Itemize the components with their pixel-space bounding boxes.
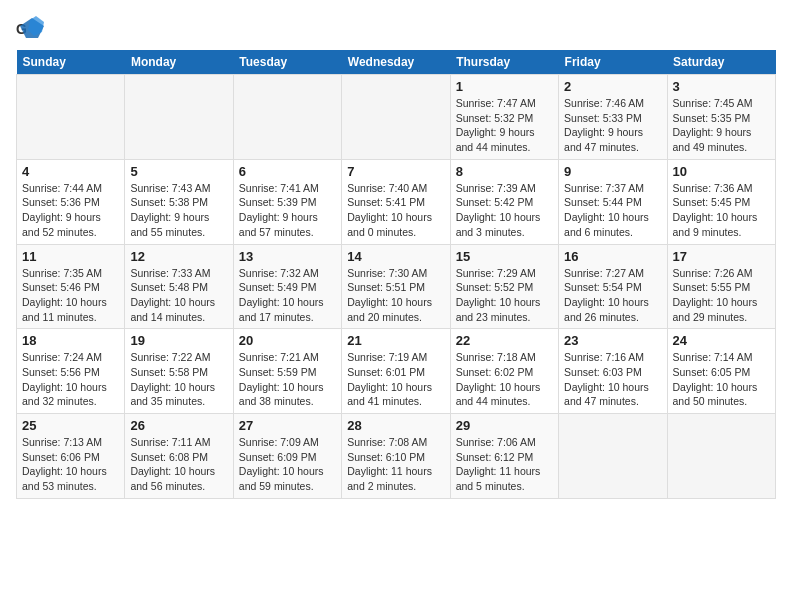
calendar-cell: 21Sunrise: 7:19 AM Sunset: 6:01 PM Dayli…	[342, 329, 450, 414]
calendar-cell: 18Sunrise: 7:24 AM Sunset: 5:56 PM Dayli…	[17, 329, 125, 414]
day-number: 4	[22, 164, 119, 179]
calendar-table: SundayMondayTuesdayWednesdayThursdayFrid…	[16, 50, 776, 499]
calendar-cell: 7Sunrise: 7:40 AM Sunset: 5:41 PM Daylig…	[342, 159, 450, 244]
calendar-cell: 20Sunrise: 7:21 AM Sunset: 5:59 PM Dayli…	[233, 329, 341, 414]
calendar-cell: 16Sunrise: 7:27 AM Sunset: 5:54 PM Dayli…	[559, 244, 667, 329]
day-number: 16	[564, 249, 661, 264]
logo-icon: G	[16, 16, 44, 40]
day-info: Sunrise: 7:16 AM Sunset: 6:03 PM Dayligh…	[564, 350, 661, 409]
day-info: Sunrise: 7:39 AM Sunset: 5:42 PM Dayligh…	[456, 181, 553, 240]
header-thursday: Thursday	[450, 50, 558, 75]
calendar-cell: 8Sunrise: 7:39 AM Sunset: 5:42 PM Daylig…	[450, 159, 558, 244]
day-info: Sunrise: 7:29 AM Sunset: 5:52 PM Dayligh…	[456, 266, 553, 325]
day-number: 23	[564, 333, 661, 348]
header-friday: Friday	[559, 50, 667, 75]
day-info: Sunrise: 7:46 AM Sunset: 5:33 PM Dayligh…	[564, 96, 661, 155]
calendar-cell: 4Sunrise: 7:44 AM Sunset: 5:36 PM Daylig…	[17, 159, 125, 244]
calendar-cell	[17, 75, 125, 160]
calendar-cell: 12Sunrise: 7:33 AM Sunset: 5:48 PM Dayli…	[125, 244, 233, 329]
day-number: 24	[673, 333, 770, 348]
day-number: 28	[347, 418, 444, 433]
calendar-week-2: 4Sunrise: 7:44 AM Sunset: 5:36 PM Daylig…	[17, 159, 776, 244]
calendar-cell: 2Sunrise: 7:46 AM Sunset: 5:33 PM Daylig…	[559, 75, 667, 160]
day-info: Sunrise: 7:09 AM Sunset: 6:09 PM Dayligh…	[239, 435, 336, 494]
day-info: Sunrise: 7:45 AM Sunset: 5:35 PM Dayligh…	[673, 96, 770, 155]
calendar-cell: 29Sunrise: 7:06 AM Sunset: 6:12 PM Dayli…	[450, 414, 558, 499]
calendar-cell: 11Sunrise: 7:35 AM Sunset: 5:46 PM Dayli…	[17, 244, 125, 329]
day-info: Sunrise: 7:22 AM Sunset: 5:58 PM Dayligh…	[130, 350, 227, 409]
calendar-cell: 5Sunrise: 7:43 AM Sunset: 5:38 PM Daylig…	[125, 159, 233, 244]
day-number: 15	[456, 249, 553, 264]
day-info: Sunrise: 7:41 AM Sunset: 5:39 PM Dayligh…	[239, 181, 336, 240]
day-number: 7	[347, 164, 444, 179]
day-info: Sunrise: 7:37 AM Sunset: 5:44 PM Dayligh…	[564, 181, 661, 240]
calendar-cell: 10Sunrise: 7:36 AM Sunset: 5:45 PM Dayli…	[667, 159, 775, 244]
page-header: G	[16, 16, 776, 40]
calendar-cell: 3Sunrise: 7:45 AM Sunset: 5:35 PM Daylig…	[667, 75, 775, 160]
day-info: Sunrise: 7:14 AM Sunset: 6:05 PM Dayligh…	[673, 350, 770, 409]
day-number: 11	[22, 249, 119, 264]
day-number: 17	[673, 249, 770, 264]
day-info: Sunrise: 7:18 AM Sunset: 6:02 PM Dayligh…	[456, 350, 553, 409]
header-saturday: Saturday	[667, 50, 775, 75]
day-info: Sunrise: 7:27 AM Sunset: 5:54 PM Dayligh…	[564, 266, 661, 325]
day-number: 25	[22, 418, 119, 433]
calendar-cell: 6Sunrise: 7:41 AM Sunset: 5:39 PM Daylig…	[233, 159, 341, 244]
calendar-cell: 15Sunrise: 7:29 AM Sunset: 5:52 PM Dayli…	[450, 244, 558, 329]
day-info: Sunrise: 7:36 AM Sunset: 5:45 PM Dayligh…	[673, 181, 770, 240]
header-sunday: Sunday	[17, 50, 125, 75]
day-info: Sunrise: 7:08 AM Sunset: 6:10 PM Dayligh…	[347, 435, 444, 494]
calendar-cell: 27Sunrise: 7:09 AM Sunset: 6:09 PM Dayli…	[233, 414, 341, 499]
day-info: Sunrise: 7:26 AM Sunset: 5:55 PM Dayligh…	[673, 266, 770, 325]
day-info: Sunrise: 7:13 AM Sunset: 6:06 PM Dayligh…	[22, 435, 119, 494]
day-number: 18	[22, 333, 119, 348]
calendar-cell	[559, 414, 667, 499]
calendar-cell: 26Sunrise: 7:11 AM Sunset: 6:08 PM Dayli…	[125, 414, 233, 499]
day-number: 12	[130, 249, 227, 264]
calendar-cell	[125, 75, 233, 160]
day-info: Sunrise: 7:21 AM Sunset: 5:59 PM Dayligh…	[239, 350, 336, 409]
day-number: 3	[673, 79, 770, 94]
day-info: Sunrise: 7:44 AM Sunset: 5:36 PM Dayligh…	[22, 181, 119, 240]
calendar-cell: 1Sunrise: 7:47 AM Sunset: 5:32 PM Daylig…	[450, 75, 558, 160]
day-info: Sunrise: 7:32 AM Sunset: 5:49 PM Dayligh…	[239, 266, 336, 325]
calendar-cell: 14Sunrise: 7:30 AM Sunset: 5:51 PM Dayli…	[342, 244, 450, 329]
day-number: 8	[456, 164, 553, 179]
logo: G	[16, 16, 48, 40]
calendar-cell: 22Sunrise: 7:18 AM Sunset: 6:02 PM Dayli…	[450, 329, 558, 414]
day-number: 13	[239, 249, 336, 264]
day-info: Sunrise: 7:19 AM Sunset: 6:01 PM Dayligh…	[347, 350, 444, 409]
day-number: 14	[347, 249, 444, 264]
day-info: Sunrise: 7:24 AM Sunset: 5:56 PM Dayligh…	[22, 350, 119, 409]
day-number: 29	[456, 418, 553, 433]
day-number: 19	[130, 333, 227, 348]
calendar-cell: 9Sunrise: 7:37 AM Sunset: 5:44 PM Daylig…	[559, 159, 667, 244]
day-number: 9	[564, 164, 661, 179]
calendar-cell: 25Sunrise: 7:13 AM Sunset: 6:06 PM Dayli…	[17, 414, 125, 499]
calendar-week-4: 18Sunrise: 7:24 AM Sunset: 5:56 PM Dayli…	[17, 329, 776, 414]
calendar-week-1: 1Sunrise: 7:47 AM Sunset: 5:32 PM Daylig…	[17, 75, 776, 160]
day-info: Sunrise: 7:33 AM Sunset: 5:48 PM Dayligh…	[130, 266, 227, 325]
calendar-week-5: 25Sunrise: 7:13 AM Sunset: 6:06 PM Dayli…	[17, 414, 776, 499]
calendar-cell: 13Sunrise: 7:32 AM Sunset: 5:49 PM Dayli…	[233, 244, 341, 329]
day-info: Sunrise: 7:47 AM Sunset: 5:32 PM Dayligh…	[456, 96, 553, 155]
day-info: Sunrise: 7:11 AM Sunset: 6:08 PM Dayligh…	[130, 435, 227, 494]
day-info: Sunrise: 7:40 AM Sunset: 5:41 PM Dayligh…	[347, 181, 444, 240]
day-number: 21	[347, 333, 444, 348]
day-info: Sunrise: 7:06 AM Sunset: 6:12 PM Dayligh…	[456, 435, 553, 494]
calendar-cell: 23Sunrise: 7:16 AM Sunset: 6:03 PM Dayli…	[559, 329, 667, 414]
day-info: Sunrise: 7:30 AM Sunset: 5:51 PM Dayligh…	[347, 266, 444, 325]
calendar-cell: 19Sunrise: 7:22 AM Sunset: 5:58 PM Dayli…	[125, 329, 233, 414]
day-number: 26	[130, 418, 227, 433]
header-wednesday: Wednesday	[342, 50, 450, 75]
day-number: 20	[239, 333, 336, 348]
header-monday: Monday	[125, 50, 233, 75]
day-number: 27	[239, 418, 336, 433]
header-tuesday: Tuesday	[233, 50, 341, 75]
calendar-cell: 28Sunrise: 7:08 AM Sunset: 6:10 PM Dayli…	[342, 414, 450, 499]
calendar-cell	[667, 414, 775, 499]
day-info: Sunrise: 7:35 AM Sunset: 5:46 PM Dayligh…	[22, 266, 119, 325]
day-info: Sunrise: 7:43 AM Sunset: 5:38 PM Dayligh…	[130, 181, 227, 240]
day-number: 6	[239, 164, 336, 179]
calendar-cell	[342, 75, 450, 160]
